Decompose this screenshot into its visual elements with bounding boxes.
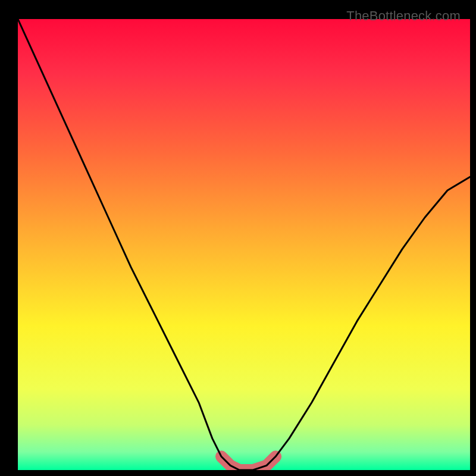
gradient-background [18, 19, 470, 470]
chart-frame: TheBottleneck.com [6, 6, 470, 470]
bottleneck-chart [18, 19, 470, 470]
plot-area [18, 19, 470, 470]
watermark-text: TheBottleneck.com [346, 8, 461, 24]
